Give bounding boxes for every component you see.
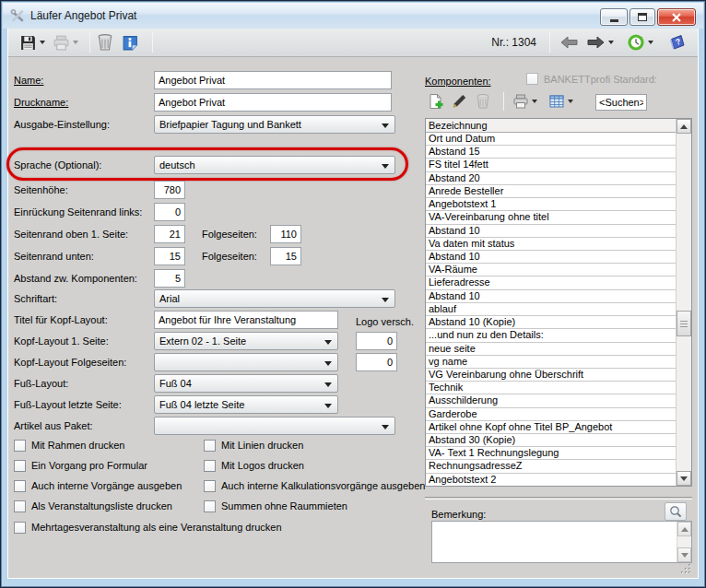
- scrollbar-thumb[interactable]: [677, 311, 691, 336]
- close-button[interactable]: [657, 8, 696, 26]
- scroll-up-button[interactable]: [677, 119, 691, 134]
- add-component-button[interactable]: [425, 91, 445, 112]
- list-item[interactable]: Abstand 20: [426, 172, 676, 185]
- kopf-layout-1-logo-input[interactable]: [356, 332, 397, 350]
- checkbox-mit-logos[interactable]: Mit Logos drucken: [204, 459, 304, 472]
- list-item[interactable]: Abstand 10: [426, 225, 676, 238]
- print-component-button[interactable]: [511, 91, 539, 112]
- delete-component-button[interactable]: [473, 91, 493, 112]
- checkbox-interne-kalkulation[interactable]: Auch interne Kalkulationsvorgänge ausgeb…: [204, 479, 425, 492]
- schriftart-label: Schriftart:: [14, 289, 57, 308]
- kopf-layout-folgeseiten-select[interactable]: [154, 353, 338, 371]
- save-dropdown-icon: [40, 41, 45, 44]
- titlebar[interactable]: Läufer Angebot Privat: [3, 3, 703, 29]
- name-input[interactable]: [154, 71, 392, 89]
- einrueckung-input[interactable]: [154, 203, 185, 221]
- list-item[interactable]: Angebotstext 2: [426, 474, 676, 486]
- schriftart-select[interactable]: Arial: [154, 289, 395, 308]
- delete-button[interactable]: [94, 31, 116, 53]
- list-item[interactable]: Garderobe: [426, 408, 676, 421]
- checkbox-icon: [14, 480, 26, 492]
- scroll-down-button[interactable]: [677, 471, 691, 486]
- list-item[interactable]: Va daten mit status: [426, 238, 676, 251]
- artikel-aus-paket-select[interactable]: [154, 417, 395, 435]
- list-item[interactable]: Abstand 15: [426, 146, 676, 159]
- print-button[interactable]: [51, 32, 80, 53]
- search-input[interactable]: [595, 94, 647, 111]
- folgeseiten-unten-input[interactable]: [270, 247, 301, 265]
- save-button[interactable]: [18, 32, 47, 53]
- list-item[interactable]: ...und nun zu den Details:: [426, 329, 676, 342]
- bemerkung-textarea[interactable]: [432, 522, 677, 562]
- seitenrand-oben-input[interactable]: [154, 225, 185, 243]
- list-item[interactable]: ablauf: [426, 303, 676, 316]
- kopf-layout-folgeseiten-logo-input[interactable]: [356, 353, 397, 371]
- ausgabe-einstellung-select[interactable]: Briefpapier Tagung und Bankett: [154, 115, 395, 134]
- list-item[interactable]: Abstand 10: [426, 251, 676, 264]
- list-item[interactable]: VA- Text 1 Rechnungslegung: [426, 447, 676, 460]
- list-item[interactable]: VA-Vereinbarung ohne titel: [426, 211, 676, 224]
- view-component-button[interactable]: [547, 91, 575, 112]
- list-item[interactable]: FS titel 14fett: [426, 159, 676, 171]
- list-item[interactable]: Anrede Besteller: [426, 185, 676, 198]
- titel-kopf-layout-input[interactable]: [154, 311, 338, 329]
- bemerkung-zoom-button[interactable]: [665, 502, 687, 521]
- panel-splitter[interactable]: [425, 497, 692, 500]
- druckname-input[interactable]: [154, 93, 392, 112]
- checkbox-summen-ohne-raummieten[interactable]: Summen ohne Raummieten: [204, 500, 347, 512]
- minimize-button[interactable]: [600, 8, 628, 26]
- bankettprofi-standard-checkbox[interactable]: BANKETTprofi Standard:: [526, 73, 657, 85]
- abstand-komponenten-label: Abstand zw. Komponenten:: [14, 269, 137, 288]
- main-toolbar: Nr.: 1304: [8, 29, 698, 57]
- list-item[interactable]: vg name: [426, 356, 676, 369]
- checkbox-ein-vorgang[interactable]: Ein Vorgang pro Formular: [14, 459, 147, 472]
- list-item[interactable]: Abstand 10: [426, 290, 676, 303]
- history-clock-icon: [627, 33, 645, 52]
- maximize-button[interactable]: [630, 8, 655, 26]
- abstand-komponenten-input[interactable]: [154, 269, 185, 288]
- list-item[interactable]: Artikel ohne Kopf ohne Titel BP_Angebot: [426, 421, 676, 434]
- list-column-header[interactable]: Bezeichnung: [426, 119, 676, 133]
- info-button[interactable]: [120, 32, 141, 53]
- seitenrand-oben-label: Seitenrand oben 1. Seite:: [14, 225, 128, 243]
- scroll-down-button[interactable]: [677, 547, 691, 562]
- checkbox-interne-vorgaenge[interactable]: Auch interne Vorgänge ausgeben: [14, 479, 182, 492]
- artikel-aus-paket-label: Artikel aus Paket:: [14, 417, 93, 435]
- back-button[interactable]: [558, 33, 581, 52]
- list-item[interactable]: RechnungsadresseZ: [426, 460, 676, 473]
- print-icon: [53, 34, 70, 52]
- folgeseiten-oben-input[interactable]: [270, 225, 301, 243]
- list-item[interactable]: Lieferadresse: [426, 276, 676, 289]
- edit-component-button[interactable]: [449, 91, 469, 112]
- forward-button[interactable]: [584, 33, 616, 52]
- seitenrand-unten-input[interactable]: [154, 247, 185, 265]
- history-button[interactable]: [625, 31, 655, 53]
- list-scrollbar[interactable]: [676, 119, 691, 486]
- resize-grip-icon[interactable]: [679, 562, 692, 575]
- scroll-up-button[interactable]: [677, 522, 691, 536]
- list-item[interactable]: Angebotstext 1: [426, 198, 676, 211]
- list-item[interactable]: Abstand 10 (Kopie): [426, 316, 676, 329]
- seitenhoehe-label: Seitenhöhe:: [14, 181, 68, 199]
- sprache-select[interactable]: deutsch: [154, 156, 395, 174]
- list-item[interactable]: Technik: [426, 382, 676, 394]
- list-item[interactable]: VA-Räume: [426, 264, 676, 276]
- seitenhoehe-input[interactable]: [154, 181, 185, 199]
- checkbox-mehrtagesveranstaltung[interactable]: Mehrtagesveranstaltung als eine Veransta…: [14, 521, 282, 534]
- fuss-layout-letzte-select[interactable]: Fuß 04 letzte Seite: [154, 395, 338, 414]
- arrow-down-icon: [681, 553, 688, 558]
- maximize-icon: [638, 13, 647, 21]
- checkbox-veranstaltungsliste[interactable]: Als Veranstaltungsliste drucken: [14, 500, 172, 512]
- checkbox-mit-rahmen[interactable]: Mit Rahmen drucken: [14, 439, 125, 452]
- list-item[interactable]: VG Vereinbarung ohne Überschrift: [426, 369, 676, 382]
- komponenten-list-body[interactable]: Bezeichnung Ort und DatumAbstand 15FS ti…: [426, 119, 676, 486]
- kopf-layout-1-select[interactable]: Extern 02 - 1. Seite: [154, 332, 338, 350]
- fuss-layout-select[interactable]: Fuß 04: [154, 374, 338, 393]
- help-button[interactable]: ?: [666, 31, 688, 53]
- list-item[interactable]: Ort und Datum: [426, 133, 676, 146]
- bemerkung-scrollbar[interactable]: [677, 522, 691, 562]
- list-item[interactable]: Ausschilderung: [426, 394, 676, 407]
- list-item[interactable]: neue seite: [426, 343, 676, 356]
- list-item[interactable]: Abstand 30 (Kopie): [426, 434, 676, 447]
- checkbox-mit-linien[interactable]: Mit Linien drucken: [204, 439, 303, 452]
